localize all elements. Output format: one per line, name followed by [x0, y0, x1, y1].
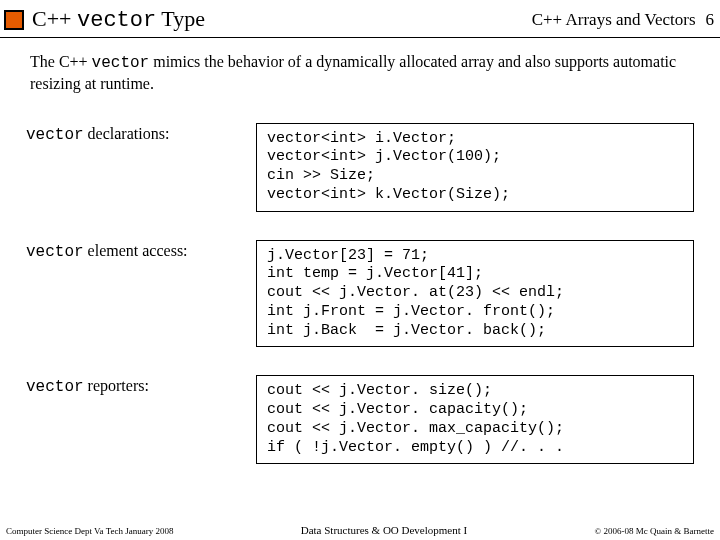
label-rest: element access:	[84, 242, 188, 259]
code-element-access: j.Vector[23] = 71; int temp = j.Vector[4…	[256, 240, 694, 348]
row-reporters: vector reporters: cout << j.Vector. size…	[26, 375, 694, 464]
intro-mono: vector	[92, 54, 150, 72]
label-mono: vector	[26, 378, 84, 396]
label-reporters: vector reporters:	[26, 375, 256, 396]
row-element-access: vector element access: j.Vector[23] = 71…	[26, 240, 694, 348]
intro-pre: The C++	[30, 53, 92, 70]
page-number: 6	[706, 10, 715, 30]
label-mono: vector	[26, 243, 84, 261]
title-mono: vector	[77, 8, 156, 33]
label-element-access: vector element access:	[26, 240, 256, 261]
chapter-label: C++ Arrays and Vectors	[532, 10, 696, 30]
footer-left: Computer Science Dept Va Tech January 20…	[6, 526, 174, 536]
slide-title: C++ vector Type	[32, 6, 532, 33]
label-rest: declarations:	[84, 125, 170, 142]
title-pre: C++	[32, 6, 77, 31]
footer-center: Data Structures & OO Development I	[301, 524, 467, 536]
label-rest: reporters:	[84, 377, 149, 394]
title-post: Type	[156, 6, 205, 31]
row-declarations: vector declarations: vector<int> i.Vecto…	[26, 123, 694, 212]
label-mono: vector	[26, 126, 84, 144]
slide-footer: Computer Science Dept Va Tech January 20…	[0, 524, 720, 536]
code-reporters: cout << j.Vector. size(); cout << j.Vect…	[256, 375, 694, 464]
content-area: vector declarations: vector<int> i.Vecto…	[0, 105, 720, 465]
intro-paragraph: The C++ vector mimics the behavior of a …	[0, 38, 720, 105]
slide-header: C++ vector Type C++ Arrays and Vectors 6	[0, 0, 720, 38]
label-declarations: vector declarations:	[26, 123, 256, 144]
code-declarations: vector<int> i.Vector; vector<int> j.Vect…	[256, 123, 694, 212]
accent-square-icon	[4, 10, 24, 30]
footer-right: © 2006-08 Mc Quain & Barnette	[594, 526, 714, 536]
